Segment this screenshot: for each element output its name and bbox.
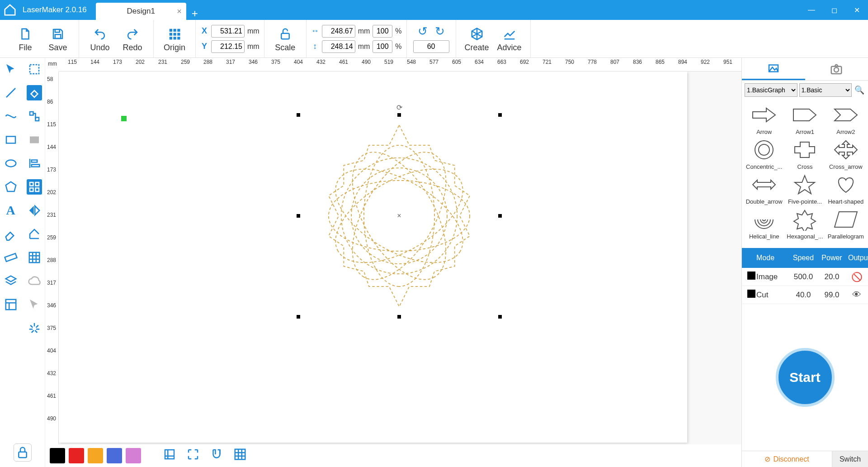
close-icon[interactable]: × (177, 7, 182, 16)
svg-rect-11 (281, 33, 289, 39)
visibility-icon[interactable]: 👁 (845, 290, 868, 300)
rotate-cw-icon[interactable]: ↻ (435, 24, 445, 38)
disconnect-button[interactable]: ⊘ Disconnect (742, 451, 832, 467)
shape-arrow2[interactable]: Arrow2 (826, 102, 865, 135)
shape-double-arrow[interactable]: Double_arrow (745, 172, 783, 205)
rotate-ccw-icon[interactable]: ↺ (418, 24, 428, 38)
color-swatch[interactable] (50, 448, 65, 463)
polygon-tool[interactable] (3, 179, 19, 195)
scale-x-input[interactable] (373, 25, 392, 38)
svg-rect-5 (170, 33, 172, 36)
close-button[interactable]: ✕ (845, 0, 868, 20)
camera-tab[interactable] (805, 58, 868, 80)
ruler-h-tick: 721 (542, 59, 552, 65)
minimize-button[interactable]: — (800, 0, 823, 20)
handle-tl[interactable] (297, 113, 300, 117)
shapes-tab[interactable] (742, 58, 805, 80)
shape-label: Arrow (745, 129, 783, 135)
node-tool[interactable] (27, 109, 42, 124)
category-select[interactable]: 1.BasicGraph (745, 83, 797, 97)
save-button[interactable]: Save (42, 20, 74, 57)
color-swatch[interactable] (126, 448, 141, 463)
shape-cross-arrow[interactable]: Cross_arrow (826, 137, 865, 170)
layers-tool[interactable] (3, 273, 19, 289)
zoom-selection-icon[interactable] (186, 448, 200, 464)
text-tool[interactable]: A (3, 203, 19, 218)
rotation-input[interactable] (413, 40, 449, 53)
ellipse-tool[interactable] (3, 156, 19, 171)
handle-ml[interactable] (297, 214, 300, 218)
file-button[interactable]: File (9, 20, 42, 57)
handle-bm[interactable] (397, 315, 401, 319)
switch-button[interactable]: Switch (832, 451, 868, 467)
curve-tool[interactable] (3, 109, 19, 124)
layout-tool[interactable] (3, 297, 19, 312)
eraser-tool[interactable] (3, 226, 19, 242)
color-swatch[interactable] (88, 448, 103, 463)
layer-power: 99.0 (818, 291, 845, 300)
visibility-icon[interactable]: 🚫 (845, 272, 868, 282)
redo-button[interactable]: Redo (116, 20, 149, 57)
array-tool[interactable] (27, 250, 42, 265)
width-input[interactable] (322, 25, 355, 38)
marquee-tool[interactable] (27, 62, 42, 77)
cursor-3d-icon[interactable] (27, 297, 42, 312)
shape-arrow1[interactable]: Arrow1 (785, 102, 824, 135)
grid-icon[interactable] (233, 448, 247, 464)
cloud-tool[interactable] (27, 273, 42, 289)
canvas[interactable]: × ⟳ (59, 71, 741, 444)
shape-arrow[interactable]: Arrow (745, 102, 783, 135)
shape-heart-shaped[interactable]: Heart-shaped (826, 172, 865, 205)
x-input[interactable] (211, 25, 245, 38)
create-button[interactable]: Create (461, 20, 493, 57)
fit-screen-icon[interactable] (163, 448, 176, 464)
handle-bl[interactable] (297, 315, 300, 319)
home-icon[interactable] (0, 3, 20, 17)
advice-button[interactable]: Advice (493, 20, 526, 57)
start-button[interactable]: Start (776, 348, 835, 407)
laser-tool[interactable] (27, 320, 42, 336)
mirror-tool[interactable] (27, 203, 42, 218)
layer-row[interactable]: Image500.020.0🚫 (742, 268, 868, 286)
measure-tool[interactable] (27, 226, 42, 242)
grid-tool[interactable] (27, 179, 42, 195)
handle-br[interactable] (498, 315, 502, 319)
ruler-v-tick: 432 (47, 370, 56, 376)
shape-cross[interactable]: Cross (785, 137, 824, 170)
shape-five-pointe-[interactable]: Five-pointe... (785, 172, 824, 205)
layer-row[interactable]: Cut40.099.0👁 (742, 286, 868, 304)
magnet-icon[interactable] (210, 448, 223, 464)
select-tool[interactable] (3, 62, 19, 77)
origin-button[interactable]: Origin (158, 20, 191, 57)
line-tool[interactable] (3, 85, 19, 100)
subcategory-select[interactable]: 1.Basic (799, 83, 852, 97)
shape-parallelogram[interactable]: Parallelogram (826, 207, 865, 240)
tab-strip: Design1 × + (96, 0, 203, 20)
search-icon[interactable]: 🔍 (854, 84, 865, 96)
rect-tool[interactable] (3, 132, 19, 148)
shape-fill-tool[interactable] (27, 85, 42, 100)
handle-tr[interactable] (498, 113, 502, 117)
shape-hexagonal-[interactable]: Hexagonal_... (785, 207, 824, 240)
lock-button[interactable] (14, 443, 32, 462)
new-tab-button[interactable]: + (186, 7, 203, 20)
rect-fill-tool[interactable] (27, 132, 42, 148)
ruler-tool[interactable] (3, 250, 19, 265)
height-input[interactable] (322, 40, 355, 53)
selection-box[interactable]: × ⟳ (298, 115, 500, 317)
align-tool[interactable] (27, 156, 42, 171)
rotation-handle[interactable]: ⟳ (396, 103, 402, 112)
y-input[interactable] (211, 40, 245, 53)
handle-mr[interactable] (498, 214, 502, 218)
document-tab[interactable]: Design1 × (96, 3, 186, 20)
scale-button[interactable]: Scale (269, 20, 302, 57)
shape-concentric-[interactable]: Concentric_... (745, 137, 783, 170)
undo-button[interactable]: Undo (84, 20, 116, 57)
color-swatch[interactable] (69, 448, 84, 463)
color-swatch[interactable] (107, 448, 122, 463)
shape-helical-line[interactable]: Helical_line (745, 207, 783, 240)
handle-tm[interactable] (397, 113, 401, 117)
scale-y-input[interactable] (373, 40, 392, 53)
maximize-button[interactable]: ◻ (823, 0, 845, 20)
tab-label: Design1 (127, 7, 155, 16)
